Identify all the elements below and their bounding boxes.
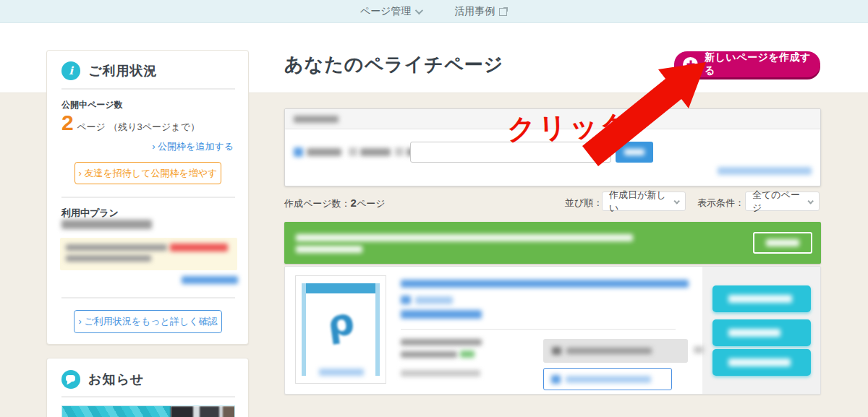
create-page-button[interactable]: 新しいページを作成する: [674, 51, 820, 77]
redacted-meta: [401, 351, 457, 358]
redacted-radio-icon: [294, 147, 303, 157]
usage-detail-button[interactable]: › ご利用状況をもっと詳しく確認: [74, 310, 222, 333]
news-card-title: お知らせ: [88, 371, 144, 388]
tag-button-redacted[interactable]: [543, 339, 688, 363]
news-card: お知らせ: [46, 358, 249, 417]
created-pages-label: 作成ページ数：: [284, 198, 351, 209]
page-thumbnail[interactable]: ρ: [295, 275, 386, 384]
page-title: あなたのペライチページ: [284, 52, 503, 77]
secondary-button-redacted[interactable]: [543, 368, 672, 390]
redacted-meta: [401, 339, 482, 345]
chevron-down-icon: [674, 198, 680, 204]
action-button-2[interactable]: [712, 319, 811, 346]
plus-icon: [683, 57, 698, 72]
usage-card: i ご利用状況 公開中ページ数 2 ページ （残り3ページまで） › 公開枠を追…: [46, 50, 249, 345]
sort-select[interactable]: 作成日が新しい: [602, 192, 686, 211]
thumbnail-topbar: [302, 283, 380, 293]
add-slot-link[interactable]: › 公開枠を追加する: [152, 140, 234, 153]
redacted-more-icon[interactable]: [694, 346, 704, 353]
redacted-radio-icon: [349, 147, 357, 156]
redacted-text: [66, 255, 151, 262]
redacted-header-text: [294, 116, 339, 123]
action-button-1[interactable]: [712, 285, 811, 312]
nav-page-management-label: ページ管理: [360, 5, 412, 18]
external-link-icon: [499, 7, 508, 16]
chevron-down-icon: [808, 198, 814, 204]
redacted-label: [728, 295, 792, 303]
info-icon: i: [61, 61, 80, 80]
redacted-meta: [401, 370, 480, 377]
redacted-card-link[interactable]: [718, 167, 812, 175]
redacted-label: [566, 376, 651, 383]
redacted-caption: [319, 369, 364, 376]
redacted-link[interactable]: [182, 276, 238, 284]
divider: [401, 329, 676, 330]
redacted-button-label: [624, 149, 644, 155]
redacted-label: [566, 348, 652, 354]
published-pages-label: 公開中ページ数: [61, 99, 123, 111]
published-pages-note: （残り3ページまで）: [109, 121, 200, 132]
redacted-status: [460, 351, 475, 358]
page-card: ρ: [284, 266, 821, 395]
redacted-page-url[interactable]: [401, 280, 689, 288]
created-pages-counter: 作成ページ数：2ページ: [284, 197, 386, 210]
top-nav: ページ管理 活用事例: [0, 0, 868, 23]
created-pages-unit: ページ: [357, 198, 386, 209]
peraichi-dashboard: ページ管理 活用事例 あなたのペライチページ 新しいページを作成する i ご利用…: [0, 0, 868, 417]
redacted-button-label: [766, 239, 799, 246]
page-actions-panel: [702, 267, 821, 395]
banner-button[interactable]: [753, 232, 812, 254]
nav-item-use-cases[interactable]: 活用事例: [454, 5, 508, 18]
redacted-label: [728, 358, 791, 366]
news-banner-image[interactable]: [61, 405, 235, 417]
published-pages-count-row: 2 ページ （残り3ページまで）: [61, 111, 200, 135]
redacted-icon: [552, 347, 561, 355]
divider: [61, 197, 235, 198]
redacted-banner-text: [296, 234, 633, 241]
created-pages-count: 2: [351, 197, 357, 209]
action-button-3[interactable]: [712, 349, 811, 376]
notice-banner: [284, 222, 821, 264]
banner-photo: [171, 406, 235, 417]
sort-label: 並び順：: [565, 197, 603, 210]
speech-bubble-icon: [61, 370, 80, 389]
redacted-link-icon: [401, 296, 411, 304]
redacted-icon: [551, 375, 561, 384]
published-pages-unit: ページ: [77, 121, 106, 132]
click-annotation-text: クリック: [506, 106, 631, 149]
filter-select[interactable]: 全てのページ: [745, 192, 820, 211]
peraichi-logo: ρ: [293, 295, 388, 351]
redacted-text-red: [170, 244, 228, 252]
redacted-option: [360, 148, 391, 156]
redacted-text: [66, 244, 167, 251]
plan-notice-box: [60, 238, 237, 270]
redacted-link[interactable]: [401, 310, 482, 319]
redacted-label: [728, 329, 780, 337]
create-page-button-label: 新しいページを作成する: [705, 51, 820, 77]
sort-select-value: 作成日が新しい: [609, 189, 674, 215]
usage-card-header: i ご利用状況: [61, 61, 157, 80]
banner-pattern: [62, 406, 171, 417]
divider: [61, 297, 235, 298]
redacted-option: [307, 148, 341, 156]
filter-label: 表示条件：: [697, 197, 744, 210]
chevron-down-icon: [415, 6, 423, 14]
plan-name-redacted: [61, 220, 152, 229]
filter-select-value: 全てのページ: [752, 189, 808, 215]
nav-use-cases-label: 活用事例: [454, 5, 495, 18]
plan-label: 利用中プラン: [61, 207, 119, 220]
usage-card-title: ご利用状況: [88, 62, 157, 79]
invite-friends-button[interactable]: › 友達を招待して公開枠を増やす: [75, 162, 221, 184]
redacted-banner-text: [296, 246, 362, 253]
redacted-radio-icon: [395, 147, 404, 156]
nav-item-page-management[interactable]: ページ管理: [360, 5, 422, 18]
divider: [61, 396, 235, 397]
redacted-link[interactable]: [415, 296, 453, 304]
divider: [61, 88, 235, 90]
news-card-header: お知らせ: [61, 370, 144, 389]
published-pages-count: 2: [61, 111, 74, 134]
